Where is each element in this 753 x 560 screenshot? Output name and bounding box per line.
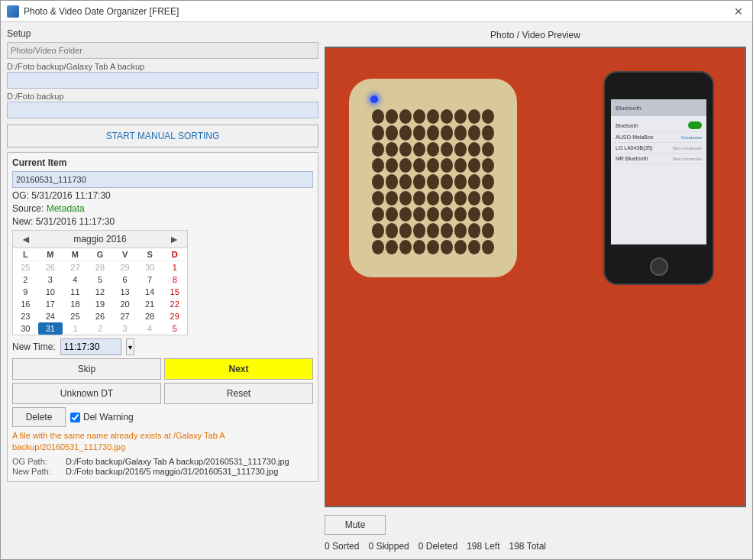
dest-folder-input2[interactable] bbox=[7, 102, 318, 118]
phone-home-button bbox=[650, 257, 668, 276]
skip-button[interactable]: Skip bbox=[12, 358, 161, 380]
left-panel: Setup D:/Foto backup/Galaxy Tab A backup… bbox=[7, 28, 318, 553]
new-path-value: D:/Foto backup/2016/5 maggio/31/20160531… bbox=[66, 467, 278, 476]
cal-day[interactable]: 21 bbox=[137, 298, 163, 310]
cal-day[interactable]: 26 bbox=[38, 261, 63, 274]
cal-day[interactable]: 1 bbox=[63, 322, 88, 335]
cal-day[interactable]: 27 bbox=[63, 261, 88, 274]
delete-button[interactable]: Delete bbox=[12, 407, 66, 427]
cal-day[interactable]: 5 bbox=[88, 274, 113, 286]
total-stat: 198 Total bbox=[509, 541, 547, 552]
cal-day[interactable]: 8 bbox=[162, 274, 187, 286]
calendar-next-button[interactable]: ► bbox=[166, 233, 183, 245]
cal-day[interactable]: 18 bbox=[63, 298, 88, 310]
cal-day[interactable]: 10 bbox=[38, 286, 63, 298]
dest-folder-input1[interactable] bbox=[7, 72, 318, 89]
mute-button[interactable]: Mute bbox=[325, 515, 386, 535]
sorted-stat: 0 Sorted bbox=[325, 541, 359, 552]
cal-day[interactable]: 2 bbox=[88, 322, 113, 335]
cal-day[interactable]: 24 bbox=[38, 310, 63, 322]
cal-day[interactable]: 20 bbox=[112, 298, 137, 310]
new-path-label: New Path: bbox=[12, 467, 66, 476]
reset-button[interactable]: Reset bbox=[164, 383, 313, 404]
close-button[interactable]: ✕ bbox=[731, 4, 746, 19]
cal-day-selected[interactable]: 31 bbox=[38, 322, 63, 335]
photo-background: Bluetooth Bluetooth AUSO-MelaBox Conness… bbox=[326, 48, 745, 506]
time-row: New Time: ▾ bbox=[12, 338, 313, 355]
cal-day[interactable]: 22 bbox=[162, 298, 187, 310]
og-label: OG: bbox=[12, 190, 29, 201]
source-value[interactable]: Metadata bbox=[47, 203, 85, 214]
cal-day[interactable]: 1 bbox=[162, 261, 187, 274]
new-info-row: New: 5/31/2016 11:17:30 bbox=[12, 216, 313, 227]
time-spin-button[interactable]: ▾ bbox=[126, 338, 134, 355]
del-warning-checkbox[interactable] bbox=[70, 413, 80, 422]
time-input[interactable] bbox=[60, 338, 121, 355]
og-path-label: OG Path: bbox=[12, 457, 66, 466]
window-title: Photo & Video Date Organizer [FREE] bbox=[24, 6, 726, 17]
right-panel: Photo / Video Preview bbox=[325, 28, 746, 553]
cal-day[interactable]: 2 bbox=[13, 274, 38, 286]
next-button[interactable]: Next bbox=[164, 358, 313, 380]
cal-day[interactable]: 13 bbox=[112, 286, 137, 298]
source-info-row: Source: Metadata bbox=[12, 203, 313, 214]
cal-day[interactable]: 14 bbox=[137, 286, 163, 298]
setup-title: Setup bbox=[7, 28, 318, 39]
skipped-stat: 0 Skipped bbox=[368, 541, 409, 552]
cal-day[interactable]: 5 bbox=[162, 322, 187, 335]
delete-row: Delete Del Warning bbox=[12, 407, 313, 427]
cal-day[interactable]: 16 bbox=[13, 298, 38, 310]
cal-day[interactable]: 3 bbox=[112, 322, 137, 335]
og-path-row: OG Path: D:/Foto backup/Galaxy Tab A bac… bbox=[12, 457, 313, 466]
phone-screen: Bluetooth Bluetooth AUSO-MelaBox Conness… bbox=[611, 99, 706, 244]
current-item-input[interactable] bbox=[12, 171, 313, 188]
title-bar: Photo & Video Date Organizer [FREE] ✕ bbox=[1, 1, 752, 22]
cal-day[interactable]: 7 bbox=[137, 274, 163, 286]
cal-day[interactable]: 9 bbox=[13, 286, 38, 298]
unknown-dt-button[interactable]: Unknown DT bbox=[12, 383, 161, 404]
cal-day[interactable]: 6 bbox=[112, 274, 137, 286]
phone-screen-header: Bluetooth bbox=[611, 99, 706, 116]
cal-day[interactable]: 26 bbox=[88, 310, 113, 322]
path2-label: D:/Foto backup bbox=[7, 92, 318, 101]
og-info-row: OG: 5/31/2016 11:17:30 bbox=[12, 190, 313, 201]
cal-day[interactable]: 29 bbox=[162, 310, 187, 322]
cal-day[interactable]: 12 bbox=[88, 286, 113, 298]
calendar-header: ◄ maggio 2016 ► bbox=[13, 231, 187, 248]
cal-day[interactable]: 4 bbox=[63, 274, 88, 286]
cal-day[interactable]: 25 bbox=[13, 261, 38, 274]
setup-section: Setup D:/Foto backup/Galaxy Tab A backup… bbox=[7, 28, 318, 147]
day-header-s: S bbox=[137, 248, 163, 261]
cal-day[interactable]: 27 bbox=[112, 310, 137, 322]
source-label: Source: bbox=[12, 203, 44, 214]
day-header-l: L bbox=[13, 248, 38, 261]
new-value: 5/31/2016 11:17:30 bbox=[36, 216, 115, 227]
cal-day[interactable]: 28 bbox=[88, 261, 113, 274]
start-sorting-button[interactable]: START MANUAL SORTING bbox=[7, 125, 318, 147]
cal-day[interactable]: 29 bbox=[112, 261, 137, 274]
cal-day[interactable]: 3 bbox=[38, 274, 63, 286]
source-folder-input[interactable] bbox=[7, 42, 318, 59]
del-warning-label[interactable]: Del Warning bbox=[70, 412, 134, 422]
cal-day[interactable]: 19 bbox=[88, 298, 113, 310]
phone-device: Bluetooth Bluetooth AUSO-MelaBox Conness… bbox=[603, 71, 714, 285]
cal-day[interactable]: 28 bbox=[137, 310, 163, 322]
cal-day[interactable]: 25 bbox=[63, 310, 88, 322]
og-path-value: D:/Foto backup/Galaxy Tab A backup/20160… bbox=[66, 457, 289, 466]
phone-screen-content: Bluetooth AUSO-MelaBox Connesso LG LA543… bbox=[611, 116, 706, 167]
cal-day[interactable]: 30 bbox=[13, 322, 38, 335]
cal-day[interactable]: 4 bbox=[137, 322, 163, 335]
cal-day[interactable]: 23 bbox=[13, 310, 38, 322]
preview-title: Photo / Video Preview bbox=[325, 28, 746, 42]
calendar-prev-button[interactable]: ◄ bbox=[18, 233, 34, 245]
day-header-v: V bbox=[112, 248, 137, 261]
cal-day[interactable]: 15 bbox=[162, 286, 187, 298]
cal-day[interactable]: 11 bbox=[63, 286, 88, 298]
day-header-m2: M bbox=[63, 248, 88, 261]
path-info: OG Path: D:/Foto backup/Galaxy Tab A bac… bbox=[12, 457, 313, 476]
cal-day[interactable]: 17 bbox=[38, 298, 63, 310]
current-item-title: Current Item bbox=[12, 157, 313, 168]
cal-day[interactable]: 30 bbox=[137, 261, 163, 274]
deleted-stat: 0 Deleted bbox=[419, 541, 457, 552]
skip-next-row: Skip Next bbox=[12, 358, 313, 380]
